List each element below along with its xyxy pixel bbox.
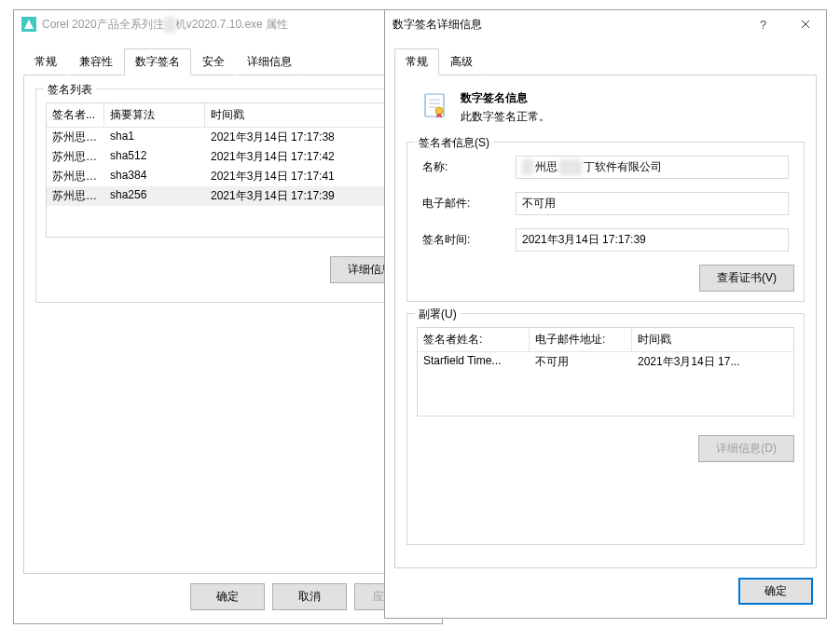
certificate-icon <box>420 90 449 120</box>
svg-point-5 <box>435 107 443 115</box>
tab-advanced[interactable]: 高级 <box>439 48 484 75</box>
window-title: 数字签名详细信息 <box>392 17 742 33</box>
list-row[interactable]: Starfield Time... 不可用 2021年3月14日 17... <box>418 352 793 372</box>
col-signer[interactable]: 签名者... <box>47 103 104 127</box>
col-timestamp[interactable]: 时间戳 <box>205 103 409 127</box>
tab-strip: 常规 高级 <box>394 48 817 75</box>
signature-info-header: 数字签名信息 此数字签名正常。 <box>406 81 805 142</box>
list-header: 签名者姓名: 电子邮件地址: 时间戳 <box>418 328 793 352</box>
list-row[interactable]: 苏州思杰... sha256 2021年3月14日 17:17:39 <box>47 186 409 206</box>
titlebar: Corel 2020产品全系列注册机v2020.7.10.exe 属性 <box>14 10 442 38</box>
signer-info-group: 签名者信息(S) 名称: 苏 州思 杰马 丁软件有限公司 电子邮件: 不可用 签… <box>406 142 805 302</box>
tab-signatures[interactable]: 数字签名 <box>124 48 191 75</box>
tab-details[interactable]: 详细信息 <box>236 48 303 75</box>
app-icon <box>21 17 36 32</box>
cancel-button[interactable]: 取消 <box>272 583 347 610</box>
group-title: 签名列表 <box>44 82 96 98</box>
countersig-group: 副署(U) 签名者姓名: 电子邮件地址: 时间戳 Starfield Time.… <box>406 313 805 545</box>
dialog-buttons: 确定 取消 应用(A) <box>23 574 433 614</box>
value-email[interactable]: 不可用 <box>516 192 789 215</box>
label-name: 名称: <box>422 159 516 175</box>
window-title: Corel 2020产品全系列注册机v2020.7.10.exe 属性 <box>42 17 442 33</box>
signature-list[interactable]: 签名者... 摘要算法 时间戳 苏州思杰... sha1 2021年3月14日 … <box>46 102 410 238</box>
dialog-buttons: 确定 <box>394 568 817 608</box>
view-cert-button[interactable]: 查看证书(V) <box>699 265 794 292</box>
help-button[interactable]: ? <box>742 10 784 38</box>
label-time: 签名时间: <box>422 232 516 248</box>
col-timestamp[interactable]: 时间戳 <box>632 328 793 351</box>
sig-info-title: 数字签名信息 <box>461 90 550 106</box>
details-button[interactable]: 详细信息(D) <box>698 435 794 462</box>
ok-button[interactable]: 确定 <box>190 583 265 610</box>
list-header: 签名者... 摘要算法 时间戳 <box>47 103 409 128</box>
ok-button[interactable]: 确定 <box>738 578 813 605</box>
group-title: 签名者信息(S) <box>415 135 493 151</box>
tab-compat[interactable]: 兼容性 <box>68 48 124 75</box>
tab-general[interactable]: 常规 <box>23 48 68 75</box>
list-row[interactable]: 苏州思杰... sha512 2021年3月14日 17:17:42 <box>47 147 409 167</box>
list-row[interactable]: 苏州思杰... sha384 2021年3月14日 17:17:41 <box>47 167 409 186</box>
tab-general[interactable]: 常规 <box>394 48 439 75</box>
tab-security[interactable]: 安全 <box>191 48 236 75</box>
sig-info-status: 此数字签名正常。 <box>461 109 550 125</box>
col-email[interactable]: 电子邮件地址: <box>530 328 632 351</box>
tab-strip: 常规 兼容性 数字签名 安全 详细信息 <box>23 48 433 75</box>
list-row[interactable]: 苏州思杰... sha1 2021年3月14日 17:17:38 <box>47 128 409 147</box>
value-time[interactable]: 2021年3月14日 17:17:39 <box>516 228 789 252</box>
label-email: 电子邮件: <box>422 196 516 212</box>
group-title: 副署(U) <box>415 307 461 322</box>
value-name[interactable]: 苏 州思 杰马 丁软件有限公司 <box>516 156 789 179</box>
col-signer[interactable]: 签名者姓名: <box>418 328 530 351</box>
close-button[interactable] <box>784 10 826 38</box>
countersig-list[interactable]: 签名者姓名: 电子邮件地址: 时间戳 Starfield Time... 不可用… <box>417 327 794 416</box>
signature-list-group: 签名列表 签名者... 摘要算法 时间戳 苏州思杰... sha1 2021年3… <box>35 89 420 303</box>
col-algo[interactable]: 摘要算法 <box>104 103 205 127</box>
titlebar: 数字签名详细信息 ? <box>385 10 826 38</box>
